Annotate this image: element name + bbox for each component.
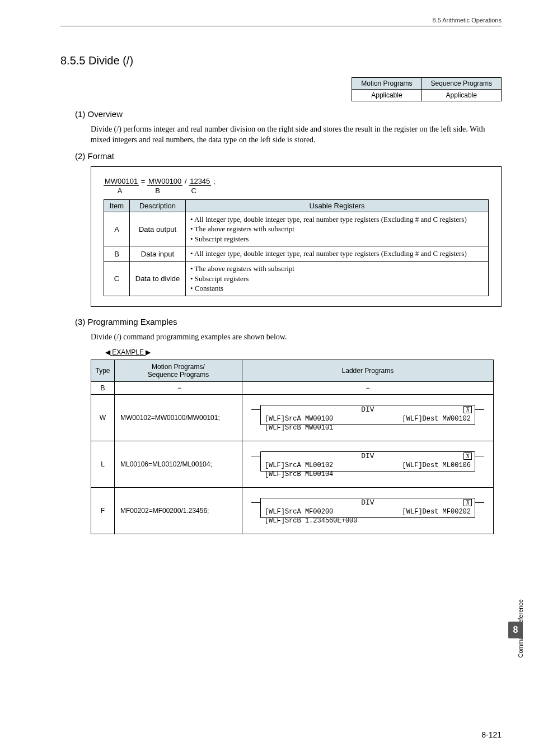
format-table: Item Description Usable Registers A Data… bbox=[104, 199, 489, 296]
examples-intro: Divide (/) command programming examples … bbox=[91, 332, 502, 343]
ladder-title: DIV bbox=[361, 405, 374, 414]
ladder-dest: [WLF]Dest MF00202 bbox=[402, 508, 471, 516]
ladder-srcb: [WLF]SrcB ML00104 bbox=[265, 470, 333, 478]
example-row-w: W MW00102=MW00100/MW00101; DIV ⊼ [WLF]Sr… bbox=[91, 394, 494, 441]
format-labels: A B C bbox=[104, 186, 489, 195]
ladder-srcb: [WLF]SrcB 1.234560E+000 bbox=[265, 517, 358, 525]
example-marker-text: EXAMPLE bbox=[112, 348, 144, 356]
example-type: F bbox=[91, 487, 115, 534]
applicable-val-1: Applicable bbox=[352, 90, 421, 101]
example-ladder: DIV ⊼ [WLF]SrcA MF00200 [WLF]Dest MF0020… bbox=[242, 487, 493, 534]
arrow-right-icon: ▶ bbox=[146, 348, 151, 356]
format-expr-op: / bbox=[182, 177, 189, 185]
example-ladder-empty: − bbox=[242, 381, 493, 394]
ladder-badge-icon: ⊼ bbox=[463, 499, 472, 506]
section-title: 8.5.5 Divide (/) bbox=[60, 54, 502, 67]
example-prog: − bbox=[114, 381, 242, 394]
format-row-usable: • The above registers with subscript • S… bbox=[186, 261, 489, 296]
ladder-dest: [WLF]Dest ML00106 bbox=[402, 461, 471, 469]
format-title: (2) Format bbox=[75, 151, 502, 161]
format-expr-semi: ; bbox=[211, 177, 215, 185]
format-row-item: C bbox=[104, 261, 130, 296]
overview-text: Divide (/) performs integer and real num… bbox=[91, 124, 502, 146]
example-type: L bbox=[91, 441, 115, 487]
format-row: A Data output • All integer type, double… bbox=[104, 212, 489, 246]
format-row-usable: • All integer type, double integer type,… bbox=[186, 212, 489, 246]
format-head-item: Item bbox=[104, 199, 130, 212]
ladder-srca: [WLF]SrcA MW00100 bbox=[265, 415, 333, 423]
format-row: B Data input • All integer type, double … bbox=[104, 246, 489, 262]
format-expr-b: MW00100 bbox=[147, 177, 182, 186]
ladder-srca: [WLF]SrcA MF00200 bbox=[265, 508, 333, 516]
format-row-usable: • All integer type, double integer type,… bbox=[186, 246, 489, 262]
header-breadcrumb: 8.5 Arithmetic Operations bbox=[60, 17, 502, 26]
page-number: 8-121 bbox=[481, 730, 502, 739]
format-expression: MW00101 = MW00100 / 12345 ; bbox=[104, 177, 489, 185]
format-row-desc: Data to divide bbox=[130, 261, 186, 296]
example-row-f: F MF00202=MF00200/1.23456; DIV ⊼ [WLF]Sr… bbox=[91, 487, 494, 534]
example-ladder: DIV ⊼ [WLF]SrcA MW00100 [WLF]Dest MW0010… bbox=[242, 394, 493, 441]
ladder-title: DIV bbox=[361, 498, 374, 507]
format-row: C Data to divide • The above registers w… bbox=[104, 261, 489, 296]
examples-head-type: Type bbox=[91, 360, 115, 381]
format-box: MW00101 = MW00100 / 12345 ; A B C Item D… bbox=[91, 166, 502, 307]
example-type: B bbox=[91, 381, 115, 394]
overview-title: (1) Overview bbox=[75, 109, 502, 119]
example-prog: ML00106=ML00102/ML00104; bbox=[114, 441, 242, 487]
examples-title: (3) Programming Examples bbox=[75, 317, 502, 326]
format-head-usable: Usable Registers bbox=[186, 199, 489, 212]
example-ladder: DIV ⊼ [WLF]SrcA ML00102 [WLF]Dest ML0010… bbox=[242, 441, 493, 487]
ladder-badge-icon: ⊼ bbox=[463, 452, 472, 460]
example-marker: ◀ EXAMPLE ▶ bbox=[105, 348, 502, 356]
example-prog: MF00202=MF00200/1.23456; bbox=[114, 487, 242, 534]
ladder-badge-icon: ⊼ bbox=[463, 406, 472, 413]
format-label-c: C bbox=[179, 186, 208, 195]
example-type: W bbox=[91, 394, 115, 441]
ladder-title: DIV bbox=[361, 452, 374, 460]
example-row-b: B − − bbox=[91, 381, 494, 394]
side-tab-chapter: 8 bbox=[508, 622, 523, 638]
applicable-head-2: Sequence Programs bbox=[421, 78, 501, 90]
examples-head-ladder: Ladder Programs bbox=[242, 360, 493, 381]
arrow-left-icon: ◀ bbox=[105, 348, 110, 356]
format-row-desc: Data output bbox=[130, 212, 186, 246]
format-label-a: A bbox=[104, 186, 136, 195]
format-head-desc: Description bbox=[130, 199, 186, 212]
format-row-item: A bbox=[104, 212, 130, 246]
format-row-desc: Data input bbox=[130, 246, 186, 262]
format-expr-eq: = bbox=[139, 177, 147, 185]
format-expr-c: 12345 bbox=[189, 177, 211, 186]
applicable-table: Motion Programs Sequence Programs Applic… bbox=[352, 77, 502, 101]
format-row-item: B bbox=[104, 246, 130, 262]
format-label-b: B bbox=[138, 186, 177, 195]
ladder-srca: [WLF]SrcA ML00102 bbox=[265, 461, 333, 469]
example-row-l: L ML00106=ML00102/ML00104; DIV ⊼ [WLF]Sr… bbox=[91, 441, 494, 487]
format-expr-a: MW00101 bbox=[104, 177, 139, 186]
applicable-val-2: Applicable bbox=[421, 90, 501, 101]
applicable-head-1: Motion Programs bbox=[352, 78, 421, 90]
examples-table: Type Motion Programs/ Sequence Programs … bbox=[91, 360, 494, 534]
examples-head-prog: Motion Programs/ Sequence Programs bbox=[114, 360, 242, 381]
example-prog: MW00102=MW00100/MW00101; bbox=[114, 394, 242, 441]
ladder-dest: [WLF]Dest MW00102 bbox=[402, 415, 471, 423]
ladder-srcb: [WLF]SrcB MW00101 bbox=[265, 424, 333, 432]
